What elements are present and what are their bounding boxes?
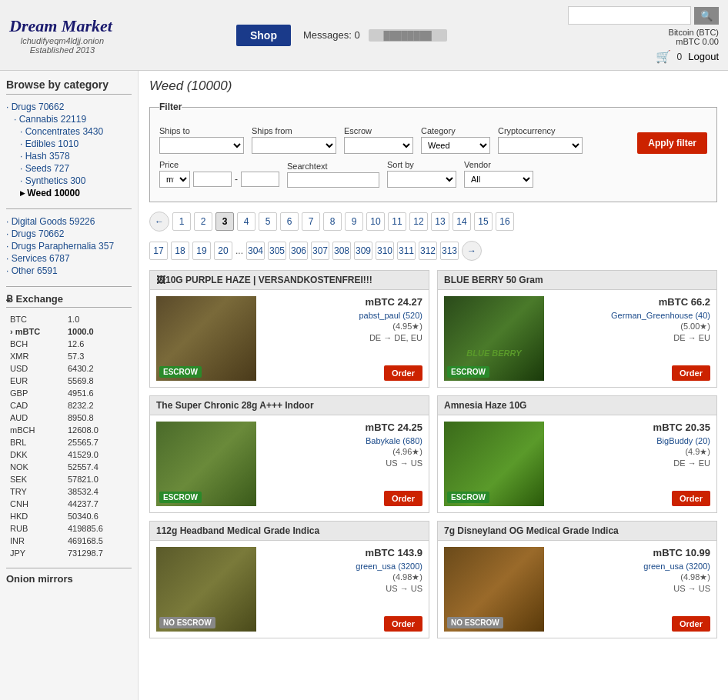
page-14[interactable]: 14 [452,212,471,231]
sidebar-item-digital-goods[interactable]: · Digital Goods 59226 [6,215,132,228]
searchtext-input[interactable] [287,172,379,188]
logout-link[interactable]: Logout [688,51,719,62]
product-shipping-5: US → US [386,584,422,593]
sort-by-select[interactable] [387,171,456,188]
price-max-input[interactable] [241,172,279,187]
sidebar-item-cannabis[interactable]: · Cannabis 22119 [6,113,132,125]
messages-label: Messages: 0 ████████ [303,29,447,41]
product-title-1: 🖼10G PURPLE HAZE | VERSANDKOSTENFREI!!! [150,271,429,290]
price-min-input[interactable] [193,172,232,187]
sidebar: Browse by category · Drugs 70662 · Canna… [0,71,139,700]
page-312[interactable]: 312 [419,242,437,260]
vendor-select[interactable]: All [464,171,533,188]
ships-from-select[interactable] [252,137,336,154]
page-16[interactable]: 16 [496,212,514,231]
order-button-6[interactable]: Order [672,616,710,632]
escrow-select[interactable] [344,137,413,154]
page-12[interactable]: 12 [409,212,428,231]
page-8[interactable]: 8 [323,212,342,231]
page-11[interactable]: 11 [388,212,406,231]
sidebar-item-weed[interactable]: ▸ Weed 10000 [6,187,132,199]
exchange-row: USD6430.2 [8,363,130,374]
prev-page-button[interactable]: ← [149,212,169,232]
header-center: Shop Messages: 0 ████████ [128,25,556,46]
filter-price: Price mt - [159,160,279,188]
next-page-button[interactable]: → [462,241,482,261]
page-309[interactable]: 309 [354,242,372,260]
page-7[interactable]: 7 [302,212,320,231]
page-305[interactable]: 305 [268,242,286,260]
product-info-1: mBTC 24.27 pabst_paul (520) (4.95★) DE →… [262,296,422,381]
page-9[interactable]: 9 [345,212,363,231]
page-2[interactable]: 2 [194,212,212,231]
escrow-badge-4: ESCROW [447,492,489,503]
order-button-4[interactable]: Order [672,491,710,506]
product-vendor-3: Babykale (680) [366,436,422,445]
page-307[interactable]: 307 [311,242,329,260]
page-20[interactable]: 20 [214,242,232,260]
price-unit-select[interactable]: mt [159,171,190,188]
cryptocurrency-select[interactable] [498,137,583,154]
search-input[interactable] [568,6,691,25]
page-19[interactable]: 19 [192,242,211,260]
exchange-row: SEK57821.0 [8,474,130,485]
order-button-3[interactable]: Order [384,491,422,506]
cart-count: 0 [677,52,683,62]
pagination-ellipsis: ... [235,245,243,256]
page-13[interactable]: 13 [431,212,449,231]
sidebar-item-concentrates[interactable]: · Concentrates 3430 [6,125,132,138]
sidebar-item-drugs-paraphernalia[interactable]: · Drugs Paraphernalia 357 [6,240,132,252]
sidebar-item-synthetics[interactable]: · Synthetics 300 [6,175,132,187]
sidebar-item-hash[interactable]: · Hash 3578 [6,150,132,162]
exchange-row: CNH44237.7 [8,498,130,509]
search-button[interactable]: 🔍 [694,7,719,25]
exchange-row: BCH12.6 [8,338,130,349]
sidebar-item-other[interactable]: · Other 6591 [6,265,132,277]
sidebar-item-services[interactable]: · Services 6787 [6,252,132,265]
exchange-row: INR469168.5 [8,535,130,546]
page-4[interactable]: 4 [237,212,255,231]
sidebar-item-seeds[interactable]: · Seeds 727 [6,162,132,175]
page-6[interactable]: 6 [280,212,299,231]
product-image-1: ESCROW [156,296,256,381]
page-15[interactable]: 15 [474,212,493,231]
order-button-1[interactable]: Order [384,365,422,381]
price-dash: - [235,174,238,185]
page-18[interactable]: 18 [171,242,189,260]
page-310[interactable]: 310 [376,242,394,260]
product-body-1: ESCROW mBTC 24.27 pabst_paul (520) (4.95… [150,290,429,387]
sidebar-item-edibles[interactable]: · Edibles 1010 [6,138,132,150]
sidebar-item-drugs[interactable]: · Drugs 70662 [6,101,132,113]
order-button-5[interactable]: Order [384,616,422,632]
apply-filter-button[interactable]: Apply filter [637,132,707,154]
browse-title: Browse by category [6,78,132,95]
page-311[interactable]: 311 [397,242,416,260]
order-button-2[interactable]: Order [672,365,710,381]
no-escrow-badge-5: NO ESCROW [159,617,215,628]
category-select[interactable]: Weed [421,137,490,154]
filter-vendor: Vendor All [464,160,533,188]
exchange-row: JPY731298.7 [8,548,130,558]
main-layout: Browse by category · Drugs 70662 · Canna… [0,71,728,700]
page-313[interactable]: 313 [440,242,459,260]
page-306[interactable]: 306 [289,242,308,260]
shop-button[interactable]: Shop [236,25,291,46]
ships-to-select[interactable] [159,137,244,154]
filter-box: Filter Ships to Ships from Escrow Catego… [149,102,717,202]
page-308[interactable]: 308 [332,242,351,260]
page-1[interactable]: 1 [172,212,191,231]
page-10[interactable]: 10 [366,212,385,231]
exchange-row: AUD8950.8 [8,412,130,423]
product-price-5: mBTC 143.9 [366,547,422,558]
page-304[interactable]: 304 [246,242,265,260]
sidebar-item-drugs2[interactable]: · Drugs 70662 [6,228,132,240]
product-image-5: NO ESCROW [156,547,256,632]
product-rating-2: (5.00★) [680,322,710,332]
exchange-row: NOK52557.4 [8,462,130,472]
page-5[interactable]: 5 [259,212,277,231]
cart-icon[interactable]: 🛒 [656,49,671,64]
page-3-active[interactable]: 3 [215,212,234,231]
product-info-2: mBTC 66.2 German_Greenhouse (40) (5.00★)… [550,296,710,381]
page-17[interactable]: 17 [149,242,168,260]
price-range: mt - [159,171,279,188]
